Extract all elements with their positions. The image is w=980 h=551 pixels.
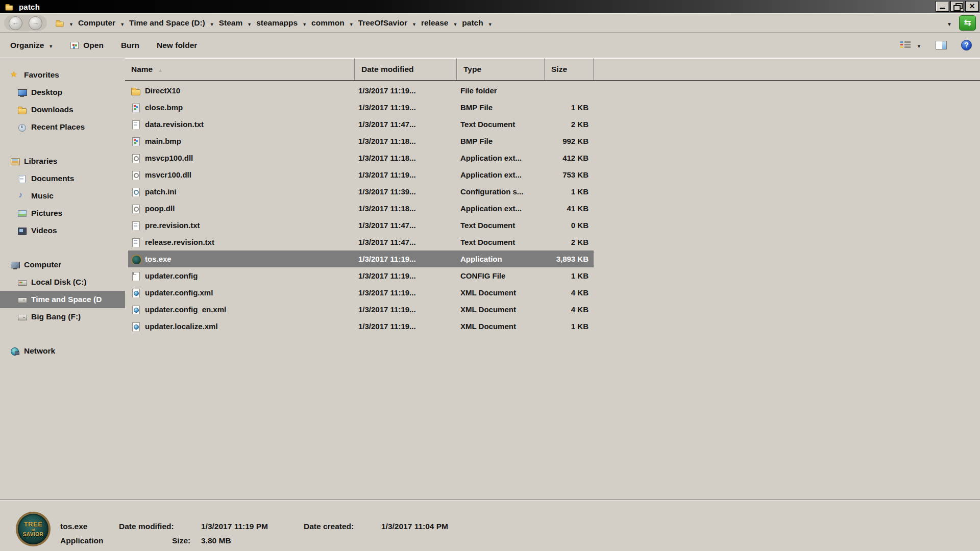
new-folder-button[interactable]: New folder [157,41,197,50]
file-size: 1 KB [545,271,594,280]
sidebar-item-videos[interactable]: Videos [0,222,125,239]
breadcrumb-chevron-icon[interactable] [412,19,416,28]
breadcrumb-item-release[interactable]: release [421,18,448,28]
column-header-name[interactable]: Name [125,58,355,80]
file-row[interactable]: main.bmp 1/3/2017 11:18... BMP File 992 … [128,133,594,149]
sidebar-item-network[interactable]: Network [0,342,125,360]
file-name-cell: updater.localize.xml [128,322,355,331]
star-icon [10,70,19,80]
file-row[interactable]: patch.ini 1/3/2017 11:39... Configuratio… [128,183,594,200]
file-row[interactable]: tos.exe 1/3/2017 11:19... Application 3,… [128,251,594,267]
breadcrumb-item-treeofsavior[interactable]: TreeOfSavior [358,18,408,28]
music-icon [17,191,27,201]
config-file-icon [131,271,140,281]
list-view-icon [900,41,911,49]
file-row[interactable]: pre.revision.txt 1/3/2017 11:47... Text … [128,217,594,234]
breadcrumb-folder-icon [56,19,63,27]
file-row[interactable]: close.bmp 1/3/2017 11:19... BMP File 1 K… [128,99,594,116]
breadcrumb-item-steam[interactable]: Steam [219,18,243,28]
preview-pane-button[interactable] [936,41,947,49]
file-row[interactable]: data.revision.txt 1/3/2017 11:47... Text… [128,116,594,133]
open-button[interactable]: Open [70,41,104,50]
breadcrumb-item-time-and-space-d[interactable]: Time and Space (D:) [129,18,205,28]
file-size: 0 KB [545,221,594,230]
disk-icon [17,278,27,287]
address-bar: ComputerTime and Space (D:)Steamsteamapp… [0,13,980,33]
forward-button[interactable] [29,16,42,30]
recent-icon [17,122,27,132]
computer-icon [10,260,19,269]
main-area: Favorites Desktop Downloads Recent Place… [0,58,980,500]
file-name: tos.exe [145,255,172,263]
back-button[interactable] [9,16,22,30]
file-row[interactable]: msvcr100.dll 1/3/2017 11:19... Applicati… [128,166,594,183]
address-bar-right [947,15,976,31]
file-row[interactable]: release.revision.txt 1/3/2017 11:47... T… [128,234,594,251]
organize-button[interactable]: Organize [10,41,53,50]
breadcrumb-item-common[interactable]: common [311,18,345,28]
txt-file-icon [131,221,140,230]
views-button[interactable] [900,41,921,49]
file-type: Configuration s... [457,187,545,196]
breadcrumb-item-patch[interactable]: patch [462,18,483,28]
sidebar-item-downloads[interactable]: Downloads [0,101,125,118]
sidebar-item-label: Favorites [24,70,59,80]
file-row[interactable]: updater.config 1/3/2017 11:19... CONFIG … [128,267,594,284]
address-dropdown-icon[interactable] [947,19,952,28]
breadcrumb-chevron-icon[interactable] [247,19,252,28]
sidebar-item-music[interactable]: Music [0,187,125,205]
file-date-modified: 1/3/2017 11:19... [355,288,457,297]
breadcrumb-item-steamapps[interactable]: steamapps [256,18,298,28]
help-button[interactable] [961,40,972,51]
breadcrumb-chevron-icon[interactable] [453,19,457,28]
sidebar-item-pictures[interactable]: Pictures [0,205,125,222]
column-header-name-label: Name [131,65,153,74]
file-type: XML Document [457,322,545,331]
burn-button[interactable]: Burn [121,41,139,50]
sidebar-item-local-disk-c[interactable]: Local Disk (C:) [0,273,125,291]
sidebar-item-favorites[interactable]: Favorites [0,66,125,84]
breadcrumb-chevron-icon[interactable] [488,19,493,28]
sidebar-item-label: Documents [31,174,74,183]
breadcrumb-chevron-icon[interactable] [120,19,125,28]
column-header-type[interactable]: Type [457,58,545,80]
file-date-modified: 1/3/2017 11:47... [355,120,457,129]
breadcrumb-bar: ComputerTime and Space (D:)Steamsteamapp… [55,18,947,28]
file-row[interactable]: updater.config.xml 1/3/2017 11:19... XML… [128,284,594,301]
breadcrumb-item-computer[interactable]: Computer [78,18,115,28]
column-header-date-modified[interactable]: Date modified [355,58,457,80]
file-row[interactable]: DirectX10 1/3/2017 11:19... File folder [128,82,594,99]
file-list: DirectX10 1/3/2017 11:19... File folder … [128,82,980,335]
sidebar-item-desktop[interactable]: Desktop [0,84,125,101]
file-row[interactable]: updater.localize.xml 1/3/2017 11:19... X… [128,318,594,335]
sidebar-item-time-and-space-d[interactable]: Time and Space (D [0,291,125,308]
file-row[interactable]: updater.config_en.xml 1/3/2017 11:19... … [128,301,594,318]
downloads-icon [17,105,27,114]
sidebar-item-computer[interactable]: Computer [0,256,125,273]
sidebar-item-big-bang-f[interactable]: Big Bang (F:) [0,308,125,325]
file-type: File folder [457,86,545,95]
file-size: 412 KB [545,154,594,162]
file-size: 41 KB [545,204,594,213]
sidebar-item-libraries[interactable]: Libraries [0,153,125,170]
minimize-button[interactable] [936,1,949,12]
file-date-modified: 1/3/2017 11:19... [355,170,457,179]
restore-button[interactable] [950,1,964,12]
file-name: pre.revision.txt [145,221,200,230]
open-label: Open [83,41,104,50]
breadcrumb-chevron-icon[interactable] [69,19,74,28]
breadcrumb-chevron-icon[interactable] [302,19,307,28]
close-button[interactable] [965,1,979,12]
sidebar-item-documents[interactable]: Documents [0,170,125,187]
breadcrumb-chevron-icon[interactable] [349,19,354,28]
breadcrumb-chevron-icon[interactable] [210,19,214,28]
file-date-modified: 1/3/2017 11:18... [355,137,457,145]
file-row[interactable]: msvcp100.dll 1/3/2017 11:18... Applicati… [128,149,594,166]
column-header-size[interactable]: Size [545,58,594,80]
toolbar-right [900,33,972,58]
refresh-button[interactable] [959,15,976,31]
column-header-date-label: Date modified [361,65,413,74]
file-row[interactable]: poop.dll 1/3/2017 11:18... Application e… [128,200,594,217]
sidebar-item-recent-places[interactable]: Recent Places [0,118,125,136]
sidebar-spacer [0,136,125,153]
